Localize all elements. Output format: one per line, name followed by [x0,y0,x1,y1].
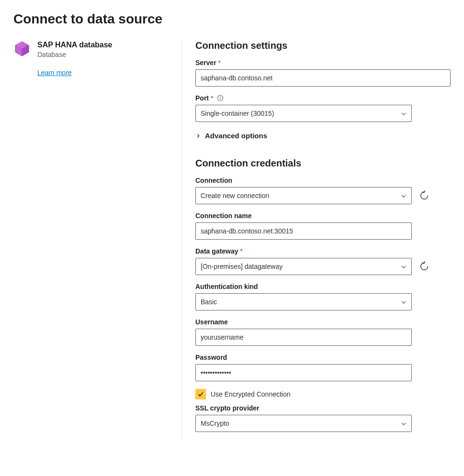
refresh-icon [419,190,430,201]
username-input[interactable] [195,329,412,346]
connection-credentials-heading: Connection credentials [195,158,451,169]
data-gateway-label: Data gateway * [195,247,451,255]
chevron-down-icon [401,421,407,426]
username-label: Username [195,318,451,326]
auth-kind-select[interactable]: Basic [195,293,412,310]
server-label-text: Server [195,59,216,66]
server-label: Server * [195,59,451,66]
data-gateway-select[interactable]: [On-premises] datagateway [195,258,412,275]
port-select[interactable]: Single-container (30015) [195,105,412,122]
connection-label: Connection [195,177,451,184]
source-name: SAP HANA database [37,40,168,50]
data-gateway-select-value: [On-premises] datagateway [201,263,283,270]
chevron-down-icon [401,264,407,269]
cube-icon [13,40,31,57]
username-label-text: Username [195,318,228,326]
connection-name-input[interactable] [195,222,412,240]
connection-name-label-text: Connection name [195,212,251,220]
refresh-gateway-button[interactable] [418,260,431,273]
connection-select-value: Create new connection [201,192,269,199]
port-select-value: Single-container (30015) [201,110,274,117]
port-label: Port * [195,94,451,102]
advanced-options-label: Advanced options [205,132,267,140]
auth-kind-label: Authentication kind [195,283,451,290]
connection-label-text: Connection [195,177,232,184]
ssl-provider-label: SSL crypto provider [195,404,451,412]
port-label-text: Port [195,94,209,102]
source-summary-panel: SAP HANA database Database Learn more [13,40,182,440]
info-icon[interactable] [217,95,224,101]
source-category: Database [37,51,168,58]
ssl-provider-select-value: MsCrypto [201,420,229,427]
password-input[interactable] [195,364,412,381]
chevron-down-icon [401,299,407,305]
connection-settings-heading: Connection settings [195,40,451,51]
chevron-down-icon [401,111,407,116]
learn-more-link[interactable]: Learn more [37,69,72,77]
chevron-down-icon [401,193,407,199]
refresh-icon [419,261,430,272]
encrypted-connection-label: Use Encrypted Connection [211,390,291,398]
password-label: Password [195,354,451,361]
svg-rect-6 [220,98,221,100]
required-indicator: * [211,94,213,102]
advanced-options-toggle[interactable]: Advanced options [195,132,451,140]
check-icon [197,391,204,398]
required-indicator: * [218,59,221,66]
connection-select[interactable]: Create new connection [195,187,412,204]
password-label-text: Password [195,354,227,361]
auth-kind-label-text: Authentication kind [195,283,258,290]
connection-name-label: Connection name [195,212,451,220]
svg-point-5 [220,97,221,98]
ssl-provider-label-text: SSL crypto provider [195,404,260,412]
ssl-provider-select[interactable]: MsCrypto [195,415,412,432]
encrypted-connection-checkbox[interactable] [195,389,206,399]
refresh-connection-button[interactable] [418,189,431,202]
required-indicator: * [240,247,242,255]
auth-kind-select-value: Basic [201,298,217,306]
page-title: Connect to data source [13,11,451,27]
chevron-right-icon [195,133,201,139]
server-input[interactable] [195,69,451,87]
data-gateway-label-text: Data gateway [195,247,238,255]
